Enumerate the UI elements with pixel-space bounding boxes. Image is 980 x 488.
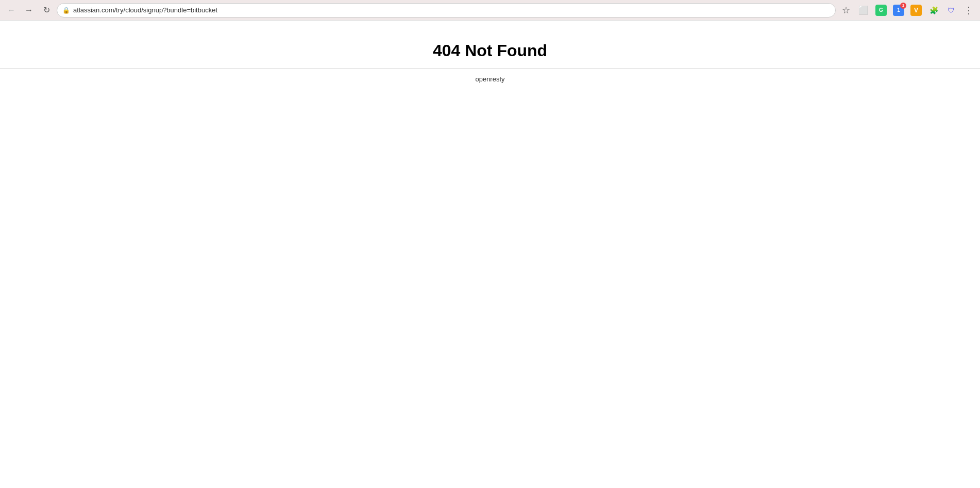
tab-switcher-button[interactable]: ⬜ <box>856 3 871 18</box>
browser-chrome: ← → ↻ 🔒 atlassian.com/try/cloud/signup?b… <box>0 0 980 21</box>
forward-button[interactable]: → <box>22 3 36 18</box>
extension-yellow-icon: V <box>910 5 922 16</box>
chrome-menu-button[interactable]: ⋮ <box>961 3 976 18</box>
extension-green-button[interactable]: G <box>874 3 888 18</box>
reload-button[interactable]: ↻ <box>39 3 54 18</box>
extension-blue-icon: 1 1 <box>893 5 904 16</box>
extension-shield-icon: 🛡 <box>945 5 957 16</box>
extension-yellow-button[interactable]: V <box>909 3 923 18</box>
menu-icon: ⋮ <box>962 5 975 16</box>
address-bar[interactable]: 🔒 atlassian.com/try/cloud/signup?bundle=… <box>57 3 836 18</box>
tab-switcher-icon: ⬜ <box>858 5 869 15</box>
error-title: 404 Not Found <box>433 41 547 60</box>
extension-blue-button[interactable]: 1 1 <box>891 3 906 18</box>
divider <box>0 69 980 69</box>
star-icon: ☆ <box>842 5 850 16</box>
back-button[interactable]: ← <box>4 3 19 18</box>
extension-shield-button[interactable]: 🛡 <box>944 3 958 18</box>
bookmark-button[interactable]: ☆ <box>839 3 853 18</box>
server-name: openresty <box>475 75 504 83</box>
extension-blue-label: 1 <box>897 7 900 13</box>
extension-puzzle-icon: 🧩 <box>928 5 939 16</box>
extension-puzzle-button[interactable]: 🧩 <box>926 3 941 18</box>
extension-green-icon: G <box>875 5 887 16</box>
url-text: atlassian.com/try/cloud/signup?bundle=bi… <box>73 6 830 14</box>
extension-badge: 1 <box>900 3 906 9</box>
page-content: 404 Not Found openresty <box>0 21 980 83</box>
security-icon: 🔒 <box>62 7 70 14</box>
